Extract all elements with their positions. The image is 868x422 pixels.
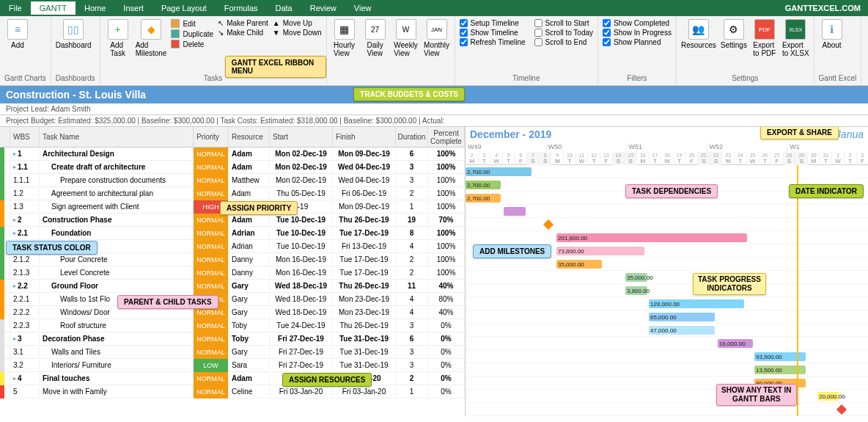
weekly-view-button[interactable]: WWeekly View — [393, 19, 419, 57]
tab-file[interactable]: File — [0, 1, 31, 15]
make-parent-button[interactable]: ↖Make Parent — [218, 19, 268, 27]
export-pdf-button[interactable]: PDFExport to PDF — [751, 19, 778, 57]
gantt-row: 201,800.00 — [466, 231, 868, 244]
task-row[interactable]: ▸1.1Create draft of architectureNORMALAd… — [0, 161, 465, 174]
ribbon-group-settings: 👥Resources ⚙Settings PDFExport to PDF XL… — [677, 16, 814, 85]
gantt-bar[interactable]: 16,000.00 — [718, 339, 753, 348]
gantt-bar[interactable]: 2,700.00 — [466, 181, 501, 189]
callout-ribbon-menu: GANTT EXCEL RIBBON MENU — [225, 56, 326, 78]
gantt-bar[interactable]: 35,000.00 — [625, 273, 647, 282]
scroll-start-check[interactable]: Scroll to Start — [534, 19, 593, 27]
tab-gantt[interactable]: GANTT — [31, 1, 76, 15]
task-row[interactable]: 2.1.2Pour ConcreteNORMALDannyMon 16-Dec-… — [0, 253, 465, 266]
make-child-button[interactable]: ↘Make Child — [218, 29, 268, 37]
tab-view[interactable]: View — [345, 1, 380, 15]
ribbon-group-dashboards: ▯▯Dashboard Dashboards — [51, 16, 100, 85]
add-milestone-button[interactable]: ◆Add Milestone — [136, 19, 167, 57]
setup-timeline-check[interactable]: Setup Timeline — [460, 19, 526, 27]
scroll-end-check[interactable]: Scroll to End — [534, 38, 593, 46]
gantt-row: 2,700.00 — [466, 165, 868, 178]
gantt-row: 80,000.00 — [466, 376, 868, 390]
tab-formulas[interactable]: Formulas — [216, 1, 267, 15]
dashboard-button[interactable]: ▯▯Dashboard — [56, 19, 92, 49]
ribbon-group-about: ℹAbout Gantt Excel — [814, 16, 862, 85]
hourly-view-button[interactable]: ▦Hourly View — [331, 19, 358, 57]
callout-parent-child: PARENT & CHILD TASKS — [117, 295, 218, 309]
tab-data[interactable]: Data — [267, 1, 301, 15]
refresh-timeline-check[interactable]: Refresh Timeline — [460, 38, 526, 46]
task-row[interactable]: 2.2.3Roof structureNORMALTobyTue 24-Dec-… — [0, 319, 465, 332]
tab-home[interactable]: Home — [76, 1, 114, 15]
task-table: WBS Task Name Priority Resource Start Fi… — [0, 127, 465, 416]
gantt-bar[interactable]: 2,700.00 — [466, 194, 501, 203]
task-row[interactable]: 5Move in with FamilyNORMALCelineFri 03-J… — [0, 385, 465, 399]
callout-date-indicator: DATE INDICATOR — [789, 184, 864, 198]
callout-task-deps: TASK DEPENDENCIES — [625, 184, 718, 198]
gantt-bar[interactable]: 128,000.00 — [649, 299, 744, 308]
site-label: GANTTEXCEL.COM — [785, 4, 861, 12]
gantt-bar[interactable]: 20,000.00 — [817, 392, 839, 401]
project-budget: Project Budget: Estimated: $325,000.00 |… — [0, 115, 868, 127]
callout-task-status: TASK STATUS COLOR — [6, 241, 98, 255]
task-row[interactable]: 1.2Agreement to architectural planNORMAL… — [0, 187, 465, 200]
project-title: Construction - St. Louis Villa — [6, 89, 146, 101]
gantt-bar[interactable]: 201,800.00 — [556, 233, 747, 242]
task-row[interactable]: 2.2.2Windows/ DoorNORMALGaryWed 18-Dec-1… — [0, 306, 465, 319]
gantt-bar[interactable]: 3,800.00 — [625, 286, 647, 295]
task-row[interactable]: ▸4Final touchesNORMALAdam02-Jan-2020% — [0, 372, 465, 385]
duplicate-task-button[interactable]: Duplicate — [171, 29, 213, 38]
tab-pagelayout[interactable]: Page Layout — [152, 1, 216, 15]
scroll-today-check[interactable]: Scroll to Today — [534, 29, 593, 37]
milestone-icon[interactable] — [836, 404, 847, 415]
gantt-row — [466, 403, 868, 416]
callout-add-milestones: ADD MILESTONES — [473, 244, 551, 258]
gantt-bar[interactable]: 2,700.00 — [466, 167, 532, 176]
milestone-icon[interactable] — [543, 219, 553, 230]
gantt-bar[interactable]: 35,000.00 — [556, 260, 602, 269]
edit-task-button[interactable]: Edit — [171, 19, 213, 28]
task-row[interactable]: 3.2Interiors/ FurnitureLOWSaraFri 27-Dec… — [0, 359, 465, 372]
show-inprogress-check[interactable]: Show In Progress — [603, 29, 672, 37]
callout-show-text: SHOW ANY TEXT INGANTT BARS — [716, 384, 797, 406]
gantt-row: 3,800.00 — [466, 284, 868, 297]
callout-task-progress: TASK PROGRESSINDICATORS — [693, 273, 766, 295]
add-chart-button[interactable]: ≡Add — [4, 19, 31, 49]
show-planned-check[interactable]: Show Planned — [603, 38, 672, 46]
gantt-row — [466, 218, 868, 231]
gantt-bar[interactable] — [504, 207, 526, 216]
task-row[interactable]: 2.1.3Level ConcreteNORMALDannyMon 16-Dec… — [0, 266, 465, 280]
resources-button[interactable]: 👥Resources — [681, 19, 716, 49]
task-row[interactable]: 3.1Walls and TilesNORMALGaryFri 27-Dec-1… — [0, 346, 465, 359]
gantt-bar[interactable]: 47,000.00 — [649, 326, 715, 335]
move-down-button[interactable]: ▼Move Down — [273, 29, 322, 37]
delete-task-button[interactable]: Delete — [171, 40, 213, 48]
gantt-row: 35,000.00 — [466, 258, 868, 271]
about-button[interactable]: ℹAbout — [819, 19, 845, 49]
task-row[interactable]: ▸1Architectural DesignNORMALAdamMon 02-D… — [0, 148, 465, 161]
task-row[interactable]: ▸3Decoration PhaseNORMALTobyFri 27-Dec-1… — [0, 332, 465, 346]
ribbon-group-timeline: Setup Timeline Show Timeline Refresh Tim… — [455, 16, 598, 85]
daily-view-button[interactable]: 27Daily View — [362, 19, 389, 57]
show-completed-check[interactable]: Show Completed — [603, 19, 672, 27]
show-timeline-check[interactable]: Show Timeline — [460, 29, 526, 37]
task-row[interactable]: ▸2Construction PhaseNORMALAdamTue 10-Dec… — [0, 214, 465, 227]
tab-insert[interactable]: Insert — [114, 1, 152, 15]
gantt-row: 128,000.00 — [466, 297, 868, 310]
task-row[interactable]: ▸2.2Ground FloorNORMALGaryWed 18-Dec-19T… — [0, 280, 465, 293]
gantt-row: 20,000.00 — [466, 390, 868, 403]
ribbon-group-ganttcharts: ≡Add Gantt Charts — [0, 16, 51, 85]
task-row[interactable]: 2.2.1Walls to 1st FloNORMALGaryWed 18-De… — [0, 293, 465, 306]
task-row[interactable]: ▸2.1FoundationNORMALAdrianTue 10-Dec-19T… — [0, 227, 465, 240]
export-xlsx-button[interactable]: XLSXExport to XLSX — [782, 19, 809, 57]
callout-assign-priority: ASSIGN PRIORITY — [220, 201, 298, 215]
move-up-button[interactable]: ▲Move Up — [273, 19, 322, 27]
gantt-bar[interactable]: 73,800.00 — [556, 247, 644, 255]
gantt-row: 93,500.00 — [466, 350, 868, 363]
add-task-button[interactable]: +Add Task — [105, 19, 131, 57]
tab-review[interactable]: Review — [301, 1, 345, 15]
monthly-view-button[interactable]: JANMonthly View — [424, 19, 450, 57]
task-row[interactable]: 1.1.1Prepare construction documentsNORMA… — [0, 174, 465, 187]
gantt-bar[interactable]: 65,000.00 — [649, 313, 715, 321]
settings-button[interactable]: ⚙Settings — [721, 19, 747, 49]
ribbon-group-tasks: +Add Task ◆Add Milestone Edit Duplicate … — [100, 16, 327, 85]
